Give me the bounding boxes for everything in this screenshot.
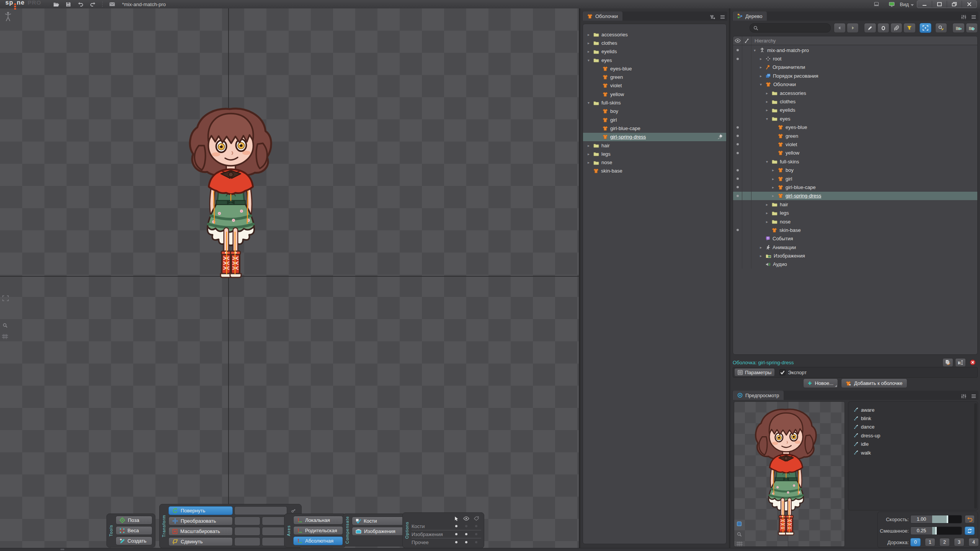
skin-item-girl-blue-cape[interactable]: girl-blue-cape [583, 124, 726, 132]
skin-item-green[interactable]: green [583, 73, 726, 81]
delete-skin-button[interactable] [968, 359, 978, 367]
tree-node-eyelids[interactable]: ▸eyelids [733, 106, 977, 114]
attachment-filter-button[interactable] [890, 23, 902, 33]
expander-arrow[interactable]: ▸ [764, 108, 769, 112]
visibility-dot[interactable] [733, 143, 742, 145]
settings-sliders-icon[interactable] [959, 13, 969, 21]
export-checkbox[interactable]: Экспорт [779, 369, 807, 375]
option-dot[interactable] [461, 525, 471, 527]
add-to-skin-button[interactable]: Добавить к оболочке [841, 378, 907, 388]
expand-all-button[interactable] [966, 23, 978, 33]
expander-arrow[interactable]: ▸ [586, 33, 591, 37]
duplicate-skin-button[interactable] [942, 358, 953, 367]
mix-slider[interactable]: 0.25 [910, 527, 962, 535]
tree-node-Изображения[interactable]: ▸Изображения [733, 251, 977, 260]
skin-item-accessories[interactable]: ▸accessories [583, 30, 726, 39]
transform-scale-button[interactable]: Масштабировать [168, 527, 233, 536]
editor-viewport[interactable]: Tools Поза Веса Создать Transform Поверн… [0, 8, 579, 548]
undo-icon[interactable] [76, 0, 86, 8]
skin-item-eyelids[interactable]: ▸eyelids [583, 47, 726, 56]
view-menu[interactable]: Вид [885, 0, 914, 8]
axes-parent-button[interactable]: Родительская [293, 526, 343, 535]
expander-arrow[interactable]: ▸ [758, 65, 763, 69]
tree-node-hair[interactable]: ▸hair [733, 200, 977, 209]
skin-item-full-skins[interactable]: ▾full-skins [583, 98, 726, 107]
expander-arrow[interactable]: ▾ [764, 117, 769, 121]
filter-button[interactable] [903, 23, 915, 33]
grid-icon[interactable] [736, 541, 743, 547]
expander-arrow[interactable]: ▸ [764, 91, 769, 95]
expander-arrow[interactable]: ▸ [586, 143, 591, 148]
skin-item-eyes[interactable]: ▾eyes [583, 56, 726, 64]
eye-icon[interactable] [733, 36, 742, 45]
option-dot[interactable] [461, 541, 471, 543]
animation-item-blink[interactable]: blink [848, 414, 978, 422]
open-project-icon[interactable] [51, 0, 61, 8]
track-button-0[interactable]: 0 [910, 538, 921, 546]
expander-arrow[interactable]: ▸ [586, 41, 591, 45]
skin-item-clothes[interactable]: ▸clothes [583, 39, 726, 47]
maximize-button[interactable] [932, 1, 947, 8]
expander-arrow[interactable]: ▸ [764, 220, 769, 224]
expander-arrow[interactable]: ▾ [764, 160, 769, 164]
visibility-dot[interactable] [733, 178, 742, 180]
tree-node-violet[interactable]: violet [733, 140, 977, 148]
animation-item-aware[interactable]: aware [848, 406, 978, 414]
visibility-dot[interactable] [733, 58, 742, 60]
tool-create-button[interactable]: Создать [116, 536, 152, 545]
expander-arrow[interactable]: ▸ [586, 160, 591, 165]
hotkey-slot[interactable] [234, 506, 287, 515]
track-button-4[interactable]: 4 [969, 538, 979, 546]
tree-node-Порядок рисования[interactable]: ▸Порядок рисования [733, 72, 977, 80]
mail-icon[interactable] [107, 0, 117, 8]
loop-button[interactable] [965, 527, 975, 535]
menu-icon[interactable] [969, 13, 978, 21]
collapse-all-button[interactable] [952, 23, 964, 33]
animation-item-walk[interactable]: walk [848, 448, 978, 457]
tree-node-boy[interactable]: ▸boy [733, 166, 977, 174]
expander-arrow[interactable]: ▸ [771, 194, 776, 198]
skin-item-hair[interactable]: ▸hair [583, 141, 726, 150]
expander-arrow[interactable]: ▸ [758, 57, 763, 61]
tab-tree[interactable]: Дерево [733, 11, 767, 21]
new-button[interactable]: Новое... [803, 378, 838, 388]
skin-item-violet[interactable]: violet [583, 82, 726, 90]
expander-arrow[interactable]: ▸ [771, 168, 776, 172]
tree-node-Оболочки[interactable]: ▾Оболочки [733, 80, 977, 89]
skin-item-legs[interactable]: ▸legs [583, 150, 726, 158]
hotkey-slot[interactable] [234, 537, 260, 546]
axes-local-button[interactable]: Локальная [293, 516, 343, 525]
tree-node-yellow[interactable]: yellow [733, 149, 977, 157]
bone-icon[interactable] [742, 36, 751, 45]
transform-translate-button[interactable]: Преобразовать [168, 517, 233, 525]
expander-arrow[interactable]: ▾ [586, 58, 591, 62]
expander-arrow[interactable]: ▸ [758, 254, 763, 258]
menu-icon[interactable] [969, 392, 978, 400]
option-dot[interactable] [471, 541, 481, 543]
close-button[interactable] [962, 1, 977, 8]
expander-arrow[interactable]: ▾ [758, 82, 763, 86]
tree-node-skin-base[interactable]: skin-base [733, 226, 977, 234]
search-input[interactable] [761, 25, 820, 31]
zoom-icon[interactable] [737, 532, 742, 538]
tree-node-clothes[interactable]: ▸clothes [733, 97, 977, 106]
speed-slider[interactable]: 1.00 [910, 515, 962, 523]
hotkey-slot[interactable] [234, 527, 260, 536]
option-dot[interactable] [461, 533, 471, 535]
visibility-dot[interactable] [733, 126, 742, 129]
tree-node-События[interactable]: События [733, 235, 977, 243]
tree-node-legs[interactable]: ▸legs [733, 209, 977, 217]
visibility-dot[interactable] [733, 186, 742, 188]
zoom-icon[interactable] [3, 323, 8, 329]
visibility-dot[interactable] [733, 229, 742, 231]
tab-preview[interactable]: Предпросмотр [733, 391, 784, 400]
reset-speed-button[interactable] [965, 515, 975, 523]
tree-node-green[interactable]: green [733, 132, 977, 140]
track-button-1[interactable]: 1 [925, 538, 935, 546]
parameters-button[interactable]: Параметры [734, 368, 775, 377]
tree-node-Анимации[interactable]: ▸Анимации [733, 243, 977, 251]
animation-item-dance[interactable]: dance [848, 423, 978, 431]
option-dot[interactable] [471, 525, 481, 527]
tree-search[interactable] [750, 23, 831, 33]
preview-viewport[interactable] [734, 401, 845, 547]
